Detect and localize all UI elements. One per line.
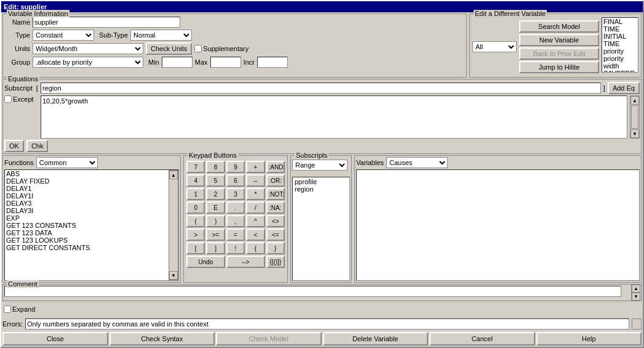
kp-9[interactable]: 9 [226,161,245,173]
expand-checkbox[interactable] [4,306,11,313]
kp-exclaim[interactable]: ! [226,242,245,254]
subscript-item[interactable]: region [293,185,349,193]
comment-input[interactable] [4,286,621,297]
function-item[interactable]: GET 123 DATA [5,229,169,237]
kp-gt[interactable]: > [186,229,205,241]
check-syntax-button[interactable]: Check Syntax [109,332,215,346]
min-input[interactable] [162,57,193,68]
eq-scroll-up[interactable]: ▲ [630,96,639,105]
variables-causes-select[interactable]: Causes Effects All [386,157,448,168]
eq-scroll-down[interactable]: ▼ [630,129,639,138]
kp-undo[interactable]: Undo [186,256,225,268]
kp-1[interactable]: 1 [186,188,205,200]
list-item[interactable]: INITIAL TIME [602,33,638,47]
functions-list[interactable]: ABS DELAY FIXED DELAY1 DELAY1I DELAY3 DE… [4,169,179,281]
variables-list[interactable] [356,169,640,281]
type-select[interactable]: Constant Auxiliary Level Rate [33,30,94,41]
functions-filter-select[interactable]: Common All Delay Financial Information L… [36,157,98,168]
delete-variable-button[interactable]: Delete Variable [323,332,429,346]
subscripts-list[interactable]: pprofile region [292,177,350,281]
name-input[interactable] [33,17,180,28]
eq-scroll-thumb[interactable] [631,105,638,129]
kp-dot[interactable]: . [226,201,245,214]
kp-neq[interactable]: <> [266,215,285,227]
kp-special[interactable]: {[()]} [266,256,285,268]
add-eq-button[interactable]: Add Eq [608,82,640,94]
func-scroll-up[interactable]: ▲ [169,171,178,179]
kp-lte[interactable]: <= [266,229,285,241]
subscript-input[interactable] [41,83,601,94]
kp-divide[interactable]: / [246,201,264,214]
comment-scroll-up[interactable]: ▲ [632,285,640,293]
function-item[interactable]: DELAY1I [5,192,169,200]
list-item[interactable]: SAVEPER [602,70,638,73]
kp-rbrace[interactable]: } [266,242,285,254]
kp-lbracket[interactable]: [ [186,242,205,254]
kp-4[interactable]: 4 [186,174,205,187]
kp-arrow[interactable]: --> [226,256,265,268]
kp-plus[interactable]: + [246,161,264,173]
function-item[interactable]: DELAY3I [5,207,169,214]
function-item[interactable]: EXP [5,214,169,222]
kp-eq[interactable]: = [226,229,245,241]
help-button[interactable]: Help [536,332,642,346]
kp-e[interactable]: E [206,201,225,214]
subtype-select[interactable]: Normal Shadow Workhorse [130,30,192,41]
cancel-button[interactable]: Cancel [429,332,535,346]
list-item[interactable]: priority width [602,55,638,70]
function-item[interactable]: DELAY FIXED [5,177,169,185]
kp-8[interactable]: 8 [206,161,225,173]
kp-5[interactable]: 5 [206,174,225,187]
back-to-prior-button[interactable]: Back to Prior Edit [519,47,599,60]
kp-lbrace[interactable]: { [246,242,264,254]
max-input[interactable] [210,57,241,68]
kp-minus[interactable]: – [246,174,264,187]
function-item[interactable]: GET 123 CONSTANTS [5,222,169,229]
kp-0[interactable]: 0 [186,201,205,214]
list-item[interactable]: priority [602,47,638,55]
incr-input[interactable] [257,57,288,68]
function-item[interactable]: GET DIRECT CONSTANTS [5,244,169,251]
kp-gte[interactable]: >= [206,229,225,241]
group-select[interactable]: .allocate by priority [33,57,143,68]
kp-2[interactable]: 2 [206,188,225,200]
function-item[interactable]: DELAY3 [5,200,169,207]
equation-textarea[interactable]: 10,20,5*growth [41,95,627,139]
ok-button[interactable]: OK [4,140,24,152]
comment-scroll-down[interactable]: ▼ [632,293,640,301]
subscript-item[interactable]: pprofile [293,178,349,185]
function-item[interactable]: GET 123 LOOKUPS [5,237,169,244]
function-item[interactable]: DELAY1 [5,185,169,192]
new-variable-button[interactable]: New Variable [519,34,599,46]
filter-select[interactable]: All Variables Constants [472,41,517,52]
search-model-button[interactable]: Search Model [519,20,599,33]
check-model-button[interactable]: Check Model [216,332,322,346]
kp-rparen[interactable]: ) [206,215,225,227]
list-item[interactable]: FINAL TIME [602,18,638,33]
kp-or[interactable]: :OR: [266,174,285,187]
kp-6[interactable]: 6 [226,174,245,187]
errors-scrollbar[interactable] [632,318,642,330]
kp-caret[interactable]: ^ [246,215,264,227]
kp-comma[interactable]: , [226,215,245,227]
function-item[interactable]: ABS [5,170,169,177]
kp-rbracket[interactable]: ] [206,242,225,254]
kp-3[interactable]: 3 [226,188,245,200]
check-units-button[interactable]: Check Units [146,42,192,55]
except-checkbox[interactable] [4,95,12,103]
kp-lt[interactable]: < [246,229,264,241]
close-button[interactable]: Close [2,332,108,346]
kp-7[interactable]: 7 [186,161,205,173]
kp-multiply[interactable]: * [246,188,264,200]
diff-var-list[interactable]: FINAL TIME INITIAL TIME priority priorit… [602,17,638,73]
functions-scrollbar[interactable]: ▲ ▼ [169,170,178,280]
kp-not[interactable]: :NOT: [266,188,285,200]
supplementary-checkbox[interactable] [194,45,202,52]
func-scroll-down[interactable]: ▼ [169,271,178,280]
subscripts-range-select[interactable]: Range Mapping [292,160,348,171]
jump-to-hilite-button[interactable]: Jump to Hilite [519,61,599,73]
chk-button[interactable]: Chk [26,140,49,152]
kp-na[interactable]: :NA: [266,201,285,214]
units-select[interactable]: Widget/Month [33,43,143,54]
kp-lparen[interactable]: ( [186,215,205,227]
